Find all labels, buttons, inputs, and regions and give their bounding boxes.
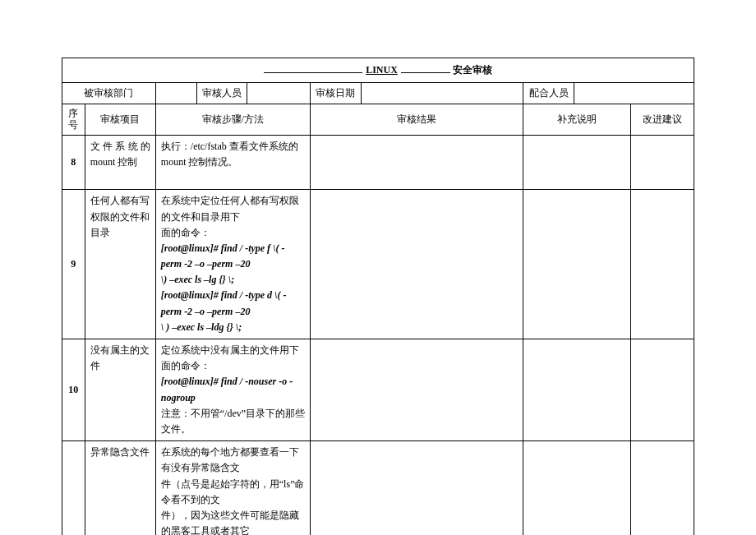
col-item: 审核项目 — [85, 104, 155, 136]
item-10-l2: 件 — [90, 358, 150, 374]
item-8-l1: 文件系统的 — [90, 139, 150, 155]
item-11: 异常隐含文件 — [85, 441, 155, 535]
improve-11 — [631, 441, 694, 535]
method-9-cmd1a: [root@linux]# find / -type f \( -perm -2… — [161, 241, 305, 272]
improve-9 — [631, 190, 694, 339]
method-9-cmd2b: \ ) –exec ls –ldg {} \; — [161, 320, 305, 335]
seq-11: 11 — [62, 441, 85, 535]
dept-label: 被审核部门 — [62, 83, 156, 104]
col-supp: 补充说明 — [523, 104, 631, 136]
dept-value — [155, 83, 196, 104]
item-9: 任何人都有写 权限的文件和 目录 — [85, 190, 155, 339]
item-8-l2: mount 控制 — [90, 155, 150, 170]
method-10-cmd: [root@linux]# find / -nouser -o -nogroup — [161, 374, 305, 405]
item-9-l1: 任何人都有写 — [90, 193, 150, 209]
table-title: LINUX 安全审核 — [62, 58, 694, 83]
col-seq: 序号 — [62, 104, 85, 136]
improve-10 — [631, 339, 694, 441]
item-10: 没有属主的文 件 — [85, 339, 155, 441]
supp-11 — [523, 441, 631, 535]
date-label: 审核日期 — [311, 83, 362, 104]
item-10-l1: 没有属主的文 — [90, 343, 150, 358]
audit-table: LINUX 安全审核 被审核部门 审核人员 审核日期 配合人员 序号 审核项目 … — [62, 58, 694, 535]
title-mid: LINUX — [366, 64, 398, 76]
table-row: 8 文件系统的 mount 控制 执行：/etc/fstab 查看文件系统的 m… — [62, 135, 694, 190]
method-10-l2: 注意：不用管“/dev”目录下的那些文件。 — [161, 406, 305, 437]
method-9-l1: 在系统中定位任何人都有写权限的文件和目录用下 — [161, 193, 305, 224]
method-10-l1: 定位系统中没有属主的文件用下面的命令： — [161, 343, 305, 374]
method-10: 定位系统中没有属主的文件用下面的命令： [root@linux]# find /… — [155, 339, 310, 441]
coop-value — [574, 83, 694, 104]
result-10 — [311, 339, 523, 441]
table-row: 11 异常隐含文件 在系统的每个地方都要查看一下有没有异常隐含文 件（点号是起始… — [62, 441, 694, 535]
table-row: 9 任何人都有写 权限的文件和 目录 在系统中定位任何人都有写权限的文件和目录用… — [62, 190, 694, 339]
item-9-l2: 权限的文件和 — [90, 210, 150, 225]
auditor-value — [247, 83, 311, 104]
supp-10 — [523, 339, 631, 441]
method-9-cmd1b: \) –exec ls –lg {} \; — [161, 272, 305, 288]
title-blank-prefix — [264, 72, 362, 73]
title-suffix-text: 安全审核 — [453, 64, 492, 76]
seq-8: 8 — [62, 135, 85, 190]
auditor-label: 审核人员 — [196, 83, 247, 104]
result-11 — [311, 441, 523, 535]
title-blank-suffix — [401, 72, 450, 73]
method-9-cmd2a: [root@linux]# find / -type d \( -perm -2… — [161, 288, 305, 319]
table-row: 10 没有属主的文 件 定位系统中没有属主的文件用下面的命令： [root@li… — [62, 339, 694, 441]
col-result: 审核结果 — [311, 104, 523, 136]
item-9-l3: 目录 — [90, 225, 150, 241]
supp-8 — [523, 135, 631, 190]
method-9-l2: 面的命令： — [161, 225, 305, 241]
method-11-l2: 件（点号是起始字符的，用“ls”命令看不到的文 — [161, 477, 305, 508]
seq-9: 9 — [62, 190, 85, 339]
column-header-row: 序号 审核项目 审核步骤/方法 审核结果 补充说明 改进建议 — [62, 104, 694, 136]
col-improve: 改进建议 — [631, 104, 694, 136]
coop-label: 配合人员 — [523, 83, 574, 104]
method-8: 执行：/etc/fstab 查看文件系统的 mount 控制情况。 — [155, 135, 310, 190]
seq-10: 10 — [62, 339, 85, 441]
method-11-l3: 件），因为这些文件可能是隐藏的黑客工具或者其它 — [161, 508, 305, 535]
improve-8 — [631, 135, 694, 190]
supp-9 — [523, 190, 631, 339]
result-8 — [311, 135, 523, 190]
date-value — [361, 83, 523, 104]
method-9: 在系统中定位任何人都有写权限的文件和目录用下 面的命令： [root@linux… — [155, 190, 310, 339]
title-row: LINUX 安全审核 — [62, 58, 694, 83]
method-8-l1: 执行：/etc/fstab 查看文件系统的 mount 控制情况。 — [161, 139, 305, 170]
info-row: 被审核部门 审核人员 审核日期 配合人员 — [62, 83, 694, 104]
col-method: 审核步骤/方法 — [155, 104, 310, 136]
item-8: 文件系统的 mount 控制 — [85, 135, 155, 190]
result-9 — [311, 190, 523, 339]
method-11-l1: 在系统的每个地方都要查看一下有没有异常隐含文 — [161, 445, 305, 476]
method-11: 在系统的每个地方都要查看一下有没有异常隐含文 件（点号是起始字符的，用“ls”命… — [155, 441, 310, 535]
